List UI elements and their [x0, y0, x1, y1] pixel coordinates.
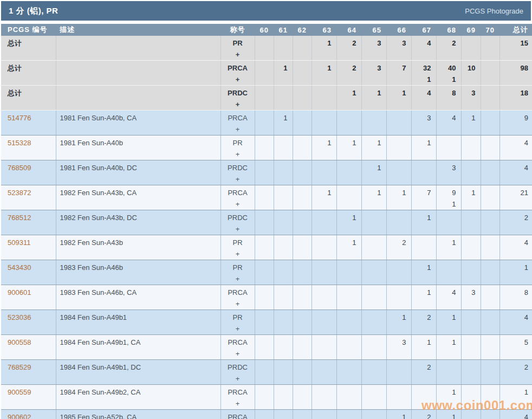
- grade-count: [481, 386, 499, 398]
- plus-count: [274, 323, 293, 334]
- grade-61-cell: [274, 310, 293, 335]
- pcgs-number-link[interactable]: 900559: [8, 388, 31, 396]
- grade-64-cell: 2: [336, 61, 361, 86]
- plus-designation-label: +: [221, 273, 255, 285]
- plus-count: [255, 124, 274, 135]
- pcgs-number-link[interactable]: 514776: [8, 114, 31, 122]
- grade-count: 1: [312, 62, 336, 74]
- grade-count: 4: [437, 112, 461, 124]
- plus-designation-label: +: [221, 223, 255, 235]
- pcgs-number-cell: 900559: [1, 385, 56, 410]
- grade-count: [255, 112, 274, 124]
- grade-count: 3: [462, 87, 481, 99]
- grade-count: 2: [337, 62, 361, 74]
- plus-count: [337, 373, 361, 384]
- plus-count: [312, 398, 336, 409]
- grade-64-cell: [336, 111, 361, 136]
- plus-count: [437, 248, 461, 260]
- grade-60-cell: [255, 36, 274, 61]
- plus-count: [481, 223, 499, 235]
- designation-cell: PRCA+: [220, 185, 255, 210]
- row-total-value: 2: [500, 212, 532, 223]
- grade-count: 7: [387, 62, 411, 74]
- total-label: 总计: [8, 89, 22, 97]
- pcgs-number-link[interactable]: 509311: [8, 238, 30, 247]
- grade-count: [274, 287, 293, 298]
- plus-count: [437, 99, 461, 110]
- grade-65-cell: [361, 385, 386, 410]
- grade-count: [255, 362, 274, 373]
- population-table: PCGS 编号 描述 称号 60 61 62 63 64 65 66 67 68…: [1, 24, 532, 419]
- row-total-cell: 18: [499, 86, 532, 111]
- plus-count: [362, 348, 386, 359]
- grade-count: [337, 262, 361, 273]
- designation-label: PRDC: [221, 212, 255, 223]
- plus-count: [293, 398, 312, 409]
- grade-69-cell: [461, 360, 481, 385]
- pcgs-number-link[interactable]: 900601: [8, 288, 31, 296]
- coin-description: 1982 Fen Sun-A43b, DC: [56, 210, 220, 235]
- grade-70-cell: [481, 136, 499, 160]
- plus-count: [481, 298, 499, 310]
- coin-description: 1985 Fen Sun-A52b, CA: [56, 410, 220, 419]
- designation-cell: PRCA+: [220, 385, 255, 410]
- grade-70-cell: [481, 36, 499, 61]
- designation-label: PRCA: [221, 62, 255, 74]
- grade-count: [462, 137, 481, 149]
- grade-count: [362, 237, 386, 248]
- grade-count: 8: [437, 87, 461, 99]
- grade-count: [387, 212, 411, 223]
- grade-65-cell: 1: [361, 160, 386, 185]
- table-header-row: PCGS 编号 描述 称号 60 61 62 63 64 65 66 67 68…: [1, 24, 532, 36]
- grade-65-cell: 1: [361, 86, 386, 111]
- grade-count: 1: [412, 212, 436, 223]
- grade-63-cell: [312, 285, 336, 310]
- grade-count: [274, 162, 293, 173]
- grade-68-cell: 1: [436, 235, 461, 260]
- row-total-value: 1: [500, 262, 532, 273]
- plus-count: [412, 49, 436, 60]
- table-row: 9005581984 Fen Sun-A49b1, CAPRCA+3115: [1, 335, 532, 360]
- grade-65-cell: [361, 360, 386, 385]
- pcgs-number-cell: 514776: [1, 111, 56, 136]
- plus-count: [362, 173, 386, 185]
- grade-62-cell: [293, 410, 312, 419]
- pcgs-number-link[interactable]: 515328: [8, 139, 31, 147]
- pcgs-number-link[interactable]: 768529: [8, 363, 31, 371]
- grade-61-cell: [274, 235, 293, 260]
- designation-cell: PR+: [220, 260, 255, 285]
- pcgs-number-link[interactable]: 543430: [8, 263, 31, 272]
- grade-count: [412, 237, 436, 248]
- pcgs-number-link[interactable]: 768512: [8, 214, 31, 222]
- pcgs-photograde-link[interactable]: PCGS Photograde: [465, 7, 523, 15]
- designation-label: PR: [221, 262, 255, 273]
- grade-66-cell: 3: [386, 36, 411, 61]
- plus-count: [312, 348, 336, 359]
- row-total-cell: 8: [499, 285, 532, 310]
- grade-62-cell: [293, 185, 312, 210]
- plus-count: [362, 323, 386, 334]
- grade-count: [274, 386, 293, 398]
- plus-count: [312, 298, 336, 310]
- pcgs-number-link[interactable]: 523036: [8, 313, 31, 321]
- table-row: 5153281981 Fen Sun-A40bPR+11114: [1, 136, 532, 160]
- plus-count: [312, 173, 336, 185]
- pcgs-number-link[interactable]: 768509: [8, 164, 31, 172]
- designation-label: PRDC: [221, 162, 255, 173]
- grade-60-cell: [255, 136, 274, 160]
- grade-count: [337, 411, 361, 419]
- plus-count: [412, 173, 436, 185]
- grade-70-cell: [481, 335, 499, 360]
- grade-68-cell: 1: [436, 335, 461, 360]
- pcgs-number-link[interactable]: 523872: [8, 189, 31, 197]
- plus-count: [274, 373, 293, 384]
- grade-count: [462, 312, 481, 323]
- pcgs-number-link[interactable]: 900602: [8, 413, 31, 419]
- plus-count: [387, 198, 411, 210]
- plus-designation-label: +: [221, 348, 255, 359]
- plus-count: [412, 323, 436, 334]
- grade-count: [437, 362, 461, 373]
- designation-label: PRDC: [221, 87, 255, 99]
- pcgs-number-cell: 总计: [1, 86, 56, 111]
- pcgs-number-link[interactable]: 900558: [8, 338, 31, 346]
